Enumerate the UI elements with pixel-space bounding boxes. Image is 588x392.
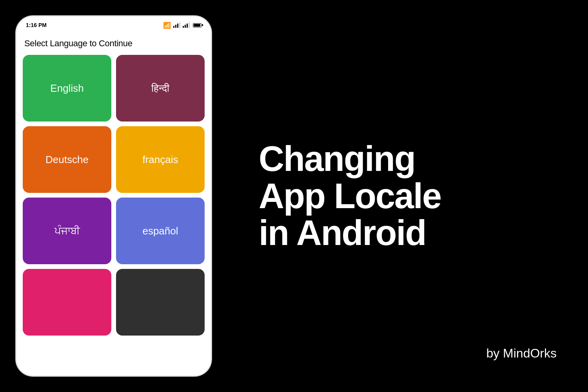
app-header: Select Language to Continue <box>16 34 211 55</box>
lang-button-english[interactable]: English <box>23 55 111 122</box>
status-bar: 1:16 PM 📶 <box>16 16 211 34</box>
lang-button-pink[interactable] <box>23 269 111 336</box>
signal-bars-2 <box>183 22 190 28</box>
lang-button-dark[interactable] <box>116 269 205 336</box>
phone-mockup: 1:16 PM 📶 <box>16 16 212 376</box>
signal-bar <box>175 25 176 28</box>
lang-label-deutsche: Deutsche <box>45 154 89 166</box>
lang-button-punjabi[interactable]: ਪੰਜਾਬੀ <box>23 198 111 264</box>
hero-line1: Changing <box>259 139 415 178</box>
lang-label-english: English <box>50 82 83 94</box>
signal-bar <box>185 25 186 28</box>
lang-label-french: français <box>142 154 178 166</box>
signal-bar <box>187 24 188 28</box>
battery-icon <box>193 23 201 27</box>
phone-area: 1:16 PM 📶 <box>0 0 227 392</box>
signal-bar <box>177 24 178 28</box>
lang-button-deutsche[interactable]: Deutsche <box>23 126 111 193</box>
app-header-title: Select Language to Continue <box>24 38 203 49</box>
signal-bar <box>189 22 190 28</box>
wifi-icon: 📶 <box>163 22 171 29</box>
hero-line3: in Android <box>259 213 426 252</box>
status-icons: 📶 <box>163 22 201 29</box>
signal-bar <box>179 22 180 28</box>
lang-label-punjabi: ਪੰਜਾਬੀ <box>54 225 80 237</box>
signal-bar <box>173 26 174 28</box>
hero-line2: App Locale <box>259 176 441 216</box>
lang-button-spanish[interactable]: español <box>116 198 205 264</box>
language-grid: English हिन्दी Deutsche français ਪੰਜਾਬੀ … <box>16 55 211 376</box>
byline: by MindOrks <box>486 346 557 361</box>
lang-button-hindi[interactable]: हिन्दी <box>116 55 205 122</box>
status-time: 1:16 PM <box>26 22 47 28</box>
lang-label-hindi: हिन्दी <box>151 82 169 94</box>
signal-bar <box>183 26 184 28</box>
lang-label-spanish: español <box>142 225 178 237</box>
hero-heading: Changing App Locale in Android <box>259 140 557 252</box>
hero-text-area: Changing App Locale in Android by MindOr… <box>227 0 588 392</box>
battery-fill <box>194 24 200 27</box>
signal-bars-1 <box>173 22 180 28</box>
lang-button-french[interactable]: français <box>116 126 205 193</box>
